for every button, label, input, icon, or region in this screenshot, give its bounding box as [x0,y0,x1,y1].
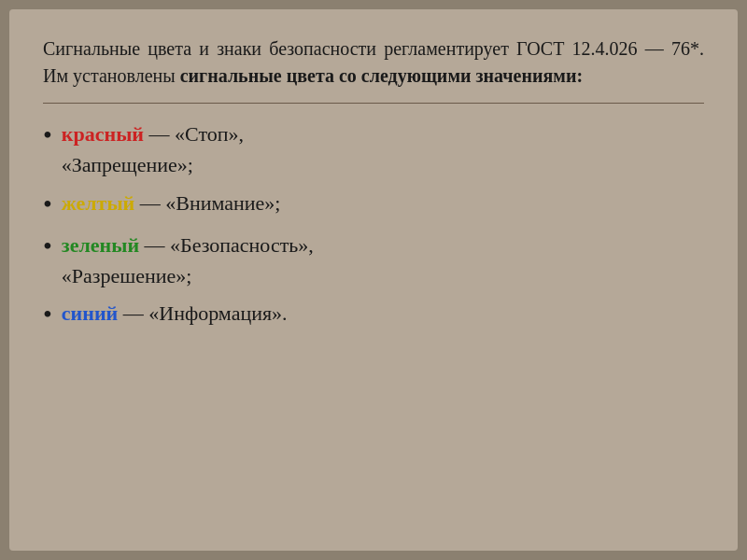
red-text-main: — «Стоп», [144,122,244,146]
intro-paragraph: Сигнальные цвета и знаки безопасности ре… [43,35,704,90]
color-label-red: красный [62,122,144,146]
bullet-dot-blue: • [43,296,52,332]
bullet-content-blue: синий — «Информация». [62,300,288,329]
bullet-dot-green: • [43,228,52,264]
list-item-yellow: • желтый — «Внимание»; [43,189,704,222]
bullet-dot-yellow: • [43,186,52,222]
horizontal-divider [43,103,704,104]
bullet-list: • красный — «Стоп», «Запрещение»; • желт… [43,120,704,528]
green-text-main: — «Безопасность», [139,233,314,257]
color-label-blue: синий [62,301,118,325]
red-text-second: «Запрещение»; [62,151,244,180]
slide-container: Сигнальные цвета и знаки безопасности ре… [9,9,738,551]
color-label-green: зеленый [62,233,139,257]
list-item-red: • красный — «Стоп», «Запрещение»; [43,120,704,180]
yellow-text-main: — «Внимание»; [134,191,280,215]
blue-text-main: — «Информация». [118,301,287,325]
bullet-content-red: красный — «Стоп», «Запрещение»; [62,120,244,180]
intro-text-bold: сигнальные цвета со следующими значениям… [180,65,583,86]
bullet-content-yellow: желтый — «Внимание»; [62,189,281,218]
color-label-yellow: желтый [62,191,134,215]
list-item-blue: • синий — «Информация». [43,300,704,332]
bullet-content-green: зеленый — «Безопасность», «Разрешение»; [62,231,314,291]
list-item-green: • зеленый — «Безопасность», «Разрешение»… [43,231,704,291]
green-text-second: «Разрешение»; [62,262,314,291]
bullet-dot-red: • [43,117,52,153]
